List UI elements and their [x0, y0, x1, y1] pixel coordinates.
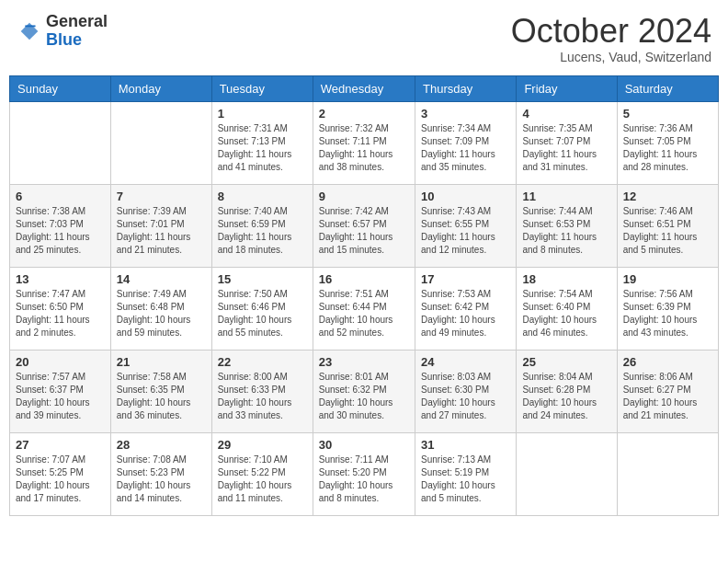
day-number: 16 — [319, 272, 409, 286]
col-header-saturday: Saturday — [617, 75, 718, 101]
day-cell: 27Sunrise: 7:07 AMSunset: 5:25 PMDayligh… — [10, 432, 111, 515]
day-info: Sunrise: 7:53 AMSunset: 6:42 PMDaylight:… — [421, 288, 510, 339]
day-number: 1 — [218, 107, 307, 121]
day-number: 14 — [117, 272, 206, 286]
day-number: 10 — [421, 190, 510, 203]
day-info: Sunrise: 7:31 AMSunset: 7:13 PMDaylight:… — [218, 122, 307, 174]
day-cell: 17Sunrise: 7:53 AMSunset: 6:42 PMDayligh… — [415, 267, 517, 350]
day-number: 31 — [421, 438, 510, 452]
col-header-thursday: Thursday — [415, 75, 517, 101]
day-info: Sunrise: 7:57 AMSunset: 6:37 PMDaylight:… — [16, 371, 105, 422]
day-number: 22 — [218, 355, 307, 369]
day-info: Sunrise: 7:40 AMSunset: 6:59 PMDaylight:… — [218, 205, 307, 257]
day-number: 30 — [319, 438, 409, 452]
day-cell: 29Sunrise: 7:10 AMSunset: 5:22 PMDayligh… — [211, 432, 313, 515]
day-number: 8 — [218, 190, 307, 203]
day-info: Sunrise: 7:36 AMSunset: 7:05 PMDaylight:… — [623, 122, 712, 174]
day-number: 24 — [421, 355, 510, 369]
day-info: Sunrise: 7:56 AMSunset: 6:39 PMDaylight:… — [623, 288, 712, 339]
day-cell: 4Sunrise: 7:35 AMSunset: 7:07 PMDaylight… — [517, 101, 617, 184]
day-cell: 12Sunrise: 7:46 AMSunset: 6:51 PMDayligh… — [617, 184, 718, 267]
day-number: 23 — [319, 355, 409, 369]
day-number: 20 — [16, 355, 105, 369]
day-cell: 19Sunrise: 7:56 AMSunset: 6:39 PMDayligh… — [617, 267, 718, 350]
day-number: 4 — [522, 107, 610, 121]
day-number: 27 — [16, 438, 105, 452]
day-cell: 22Sunrise: 8:00 AMSunset: 6:33 PMDayligh… — [211, 350, 313, 432]
day-info: Sunrise: 8:03 AMSunset: 6:30 PMDaylight:… — [421, 371, 510, 422]
logo-icon — [17, 18, 42, 44]
col-header-sunday: Sunday — [10, 75, 111, 101]
day-cell: 13Sunrise: 7:47 AMSunset: 6:50 PMDayligh… — [10, 267, 111, 350]
day-cell: 5Sunrise: 7:36 AMSunset: 7:05 PMDaylight… — [617, 101, 718, 184]
day-cell: 15Sunrise: 7:50 AMSunset: 6:46 PMDayligh… — [211, 267, 313, 350]
day-cell: 26Sunrise: 8:06 AMSunset: 6:27 PMDayligh… — [617, 350, 718, 432]
day-number: 2 — [319, 107, 409, 121]
logo-blue: Blue — [46, 31, 108, 50]
day-info: Sunrise: 7:08 AMSunset: 5:23 PMDaylight:… — [117, 454, 206, 505]
day-info: Sunrise: 8:04 AMSunset: 6:28 PMDaylight:… — [522, 371, 610, 422]
day-cell: 1Sunrise: 7:31 AMSunset: 7:13 PMDaylight… — [211, 101, 313, 184]
day-cell: 18Sunrise: 7:54 AMSunset: 6:40 PMDayligh… — [517, 267, 617, 350]
day-info: Sunrise: 7:46 AMSunset: 6:51 PMDaylight:… — [623, 205, 712, 257]
day-cell: 31Sunrise: 7:13 AMSunset: 5:19 PMDayligh… — [415, 432, 517, 515]
day-number: 28 — [117, 438, 206, 452]
day-info: Sunrise: 7:35 AMSunset: 7:07 PMDaylight:… — [522, 122, 610, 174]
logo-text: General Blue — [46, 13, 108, 50]
day-cell: 6Sunrise: 7:38 AMSunset: 7:03 PMDaylight… — [10, 184, 111, 267]
day-info: Sunrise: 7:58 AMSunset: 6:35 PMDaylight:… — [117, 371, 206, 422]
day-number: 12 — [623, 190, 712, 203]
day-cell: 25Sunrise: 8:04 AMSunset: 6:28 PMDayligh… — [517, 350, 617, 432]
day-info: Sunrise: 8:01 AMSunset: 6:32 PMDaylight:… — [319, 371, 409, 422]
day-info: Sunrise: 7:13 AMSunset: 5:19 PMDaylight:… — [421, 454, 510, 505]
day-cell: 20Sunrise: 7:57 AMSunset: 6:37 PMDayligh… — [10, 350, 111, 432]
day-info: Sunrise: 8:06 AMSunset: 6:27 PMDaylight:… — [623, 371, 712, 422]
logo-general: General — [46, 13, 108, 31]
day-info: Sunrise: 7:38 AMSunset: 7:03 PMDaylight:… — [16, 205, 105, 257]
day-number: 21 — [117, 355, 206, 369]
day-cell: 11Sunrise: 7:44 AMSunset: 6:53 PMDayligh… — [517, 184, 617, 267]
title-area: October 2024 Lucens, Vaud, Switzerland — [511, 13, 711, 64]
day-number: 15 — [218, 272, 307, 286]
day-info: Sunrise: 7:10 AMSunset: 5:22 PMDaylight:… — [218, 454, 307, 505]
day-info: Sunrise: 7:32 AMSunset: 7:11 PMDaylight:… — [319, 122, 409, 174]
col-header-friday: Friday — [517, 75, 617, 101]
subtitle: Lucens, Vaud, Switzerland — [511, 50, 711, 64]
day-cell: 7Sunrise: 7:39 AMSunset: 7:01 PMDaylight… — [110, 184, 211, 267]
day-cell — [617, 432, 718, 515]
day-info: Sunrise: 7:44 AMSunset: 6:53 PMDaylight:… — [522, 205, 610, 257]
day-cell: 3Sunrise: 7:34 AMSunset: 7:09 PMDaylight… — [415, 101, 517, 184]
day-number: 7 — [117, 190, 206, 203]
day-info: Sunrise: 8:00 AMSunset: 6:33 PMDaylight:… — [218, 371, 307, 422]
day-cell: 16Sunrise: 7:51 AMSunset: 6:44 PMDayligh… — [313, 267, 415, 350]
day-cell — [517, 432, 617, 515]
day-number: 6 — [16, 190, 105, 203]
day-cell: 21Sunrise: 7:58 AMSunset: 6:35 PMDayligh… — [110, 350, 211, 432]
day-cell: 30Sunrise: 7:11 AMSunset: 5:20 PMDayligh… — [313, 432, 415, 515]
day-cell — [10, 101, 111, 184]
page-header: General Blue October 2024 Lucens, Vaud, … — [9, 9, 719, 68]
day-info: Sunrise: 7:11 AMSunset: 5:20 PMDaylight:… — [319, 454, 409, 505]
day-number: 9 — [319, 190, 409, 203]
calendar-table: SundayMondayTuesdayWednesdayThursdayFrid… — [9, 75, 719, 516]
day-info: Sunrise: 7:43 AMSunset: 6:55 PMDaylight:… — [421, 205, 510, 257]
day-info: Sunrise: 7:50 AMSunset: 6:46 PMDaylight:… — [218, 288, 307, 339]
day-number: 13 — [16, 272, 105, 286]
day-number: 17 — [421, 272, 510, 286]
day-cell: 24Sunrise: 8:03 AMSunset: 6:30 PMDayligh… — [415, 350, 517, 432]
day-number: 18 — [522, 272, 610, 286]
day-number: 25 — [522, 355, 610, 369]
day-cell: 23Sunrise: 8:01 AMSunset: 6:32 PMDayligh… — [313, 350, 415, 432]
week-row-4: 20Sunrise: 7:57 AMSunset: 6:37 PMDayligh… — [10, 350, 719, 432]
day-number: 5 — [623, 107, 712, 121]
day-cell: 9Sunrise: 7:42 AMSunset: 6:57 PMDaylight… — [313, 184, 415, 267]
day-info: Sunrise: 7:42 AMSunset: 6:57 PMDaylight:… — [319, 205, 409, 257]
day-number: 11 — [522, 190, 610, 203]
day-info: Sunrise: 7:51 AMSunset: 6:44 PMDaylight:… — [319, 288, 409, 339]
calendar-header-row: SundayMondayTuesdayWednesdayThursdayFrid… — [10, 75, 719, 101]
day-info: Sunrise: 7:07 AMSunset: 5:25 PMDaylight:… — [16, 454, 105, 505]
day-number: 19 — [623, 272, 712, 286]
day-cell: 10Sunrise: 7:43 AMSunset: 6:55 PMDayligh… — [415, 184, 517, 267]
day-cell: 8Sunrise: 7:40 AMSunset: 6:59 PMDaylight… — [211, 184, 313, 267]
col-header-monday: Monday — [110, 75, 211, 101]
